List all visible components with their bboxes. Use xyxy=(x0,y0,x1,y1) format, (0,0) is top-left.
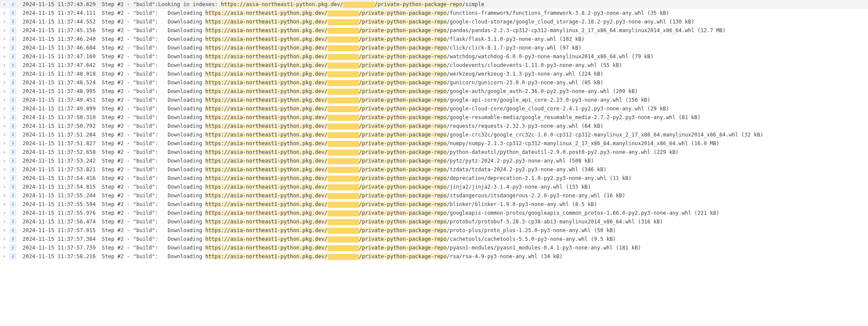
severity-info-icon[interactable] xyxy=(10,236,16,243)
expand-chevron-icon[interactable] xyxy=(2,167,7,172)
expand-chevron-icon[interactable] xyxy=(2,10,7,16)
log-message: Downloading https://asia-northeast1-pyth… xyxy=(168,139,719,148)
log-row[interactable]: 2024-11-15 11:37:45.156Step #2 - "build"… xyxy=(0,26,868,35)
severity-info-icon[interactable] xyxy=(10,96,16,103)
expand-chevron-icon[interactable] xyxy=(2,19,7,24)
expand-chevron-icon[interactable] xyxy=(2,254,7,259)
expand-chevron-icon[interactable] xyxy=(2,63,7,68)
expand-chevron-icon[interactable] xyxy=(2,141,7,146)
log-row[interactable]: 2024-11-15 11:37:51.827Step #2 - "build"… xyxy=(0,139,868,148)
log-row[interactable]: 2024-11-15 11:37:58.216Step #2 - "build"… xyxy=(0,252,868,261)
expand-chevron-icon[interactable] xyxy=(2,236,7,242)
expand-chevron-icon[interactable] xyxy=(2,193,7,198)
severity-info-icon[interactable] xyxy=(10,114,16,121)
severity-info-icon[interactable] xyxy=(10,140,16,147)
expand-chevron-icon[interactable] xyxy=(2,37,7,42)
expand-chevron-icon[interactable] xyxy=(2,71,7,77)
severity-info-icon[interactable] xyxy=(10,36,16,43)
expand-chevron-icon[interactable] xyxy=(2,115,7,120)
log-row[interactable]: 2024-11-15 11:37:46.240Step #2 - "build"… xyxy=(0,35,868,43)
expand-chevron-icon[interactable] xyxy=(2,45,7,50)
severity-info-icon[interactable] xyxy=(10,70,16,77)
severity-info-icon[interactable] xyxy=(10,218,16,225)
expand-chevron-icon[interactable] xyxy=(2,54,7,59)
severity-info-icon[interactable] xyxy=(10,44,16,51)
log-row[interactable]: 2024-11-15 11:37:55.244Step #2 - "build"… xyxy=(0,191,868,200)
redacted-segment xyxy=(328,219,359,225)
severity-info-icon[interactable] xyxy=(10,79,16,86)
log-row[interactable]: 2024-11-15 11:37:53.821Step #2 - "build"… xyxy=(0,165,868,174)
log-row[interactable]: 2024-11-15 11:37:51.284Step #2 - "build"… xyxy=(0,130,868,139)
severity-info-icon[interactable] xyxy=(10,131,16,138)
timestamp: 2024-11-15 11:37:44.552 xyxy=(23,17,95,26)
log-row[interactable]: 2024-11-15 11:37:46.684Step #2 - "build"… xyxy=(0,43,868,52)
expand-chevron-icon[interactable] xyxy=(2,228,7,233)
severity-info-icon[interactable] xyxy=(10,62,16,69)
severity-info-icon[interactable] xyxy=(10,210,16,216)
severity-info-icon[interactable] xyxy=(10,192,16,199)
log-row[interactable]: 2024-11-15 11:37:48.524Step #2 - "build"… xyxy=(0,78,868,87)
severity-info-icon[interactable] xyxy=(10,53,16,60)
severity-info-icon[interactable] xyxy=(10,253,16,260)
log-row[interactable]: 2024-11-15 11:37:50.310Step #2 - "build"… xyxy=(0,113,868,122)
log-row[interactable]: 2024-11-15 11:37:49.451Step #2 - "build"… xyxy=(0,96,868,104)
severity-info-icon[interactable] xyxy=(10,10,16,17)
log-row[interactable]: 2024-11-15 11:37:55.594Step #2 - "build"… xyxy=(0,200,868,209)
step-label: Step #2 - "build": xyxy=(102,243,158,252)
log-row[interactable]: 2024-11-15 11:37:48.018Step #2 - "build"… xyxy=(0,70,868,78)
severity-info-icon[interactable] xyxy=(10,105,16,112)
expand-chevron-icon[interactable] xyxy=(2,28,7,33)
expand-chevron-icon[interactable] xyxy=(2,176,7,181)
step-label: Step #2 - "build": xyxy=(102,191,158,200)
log-row[interactable]: 2024-11-15 11:37:57.384Step #2 - "build"… xyxy=(0,235,868,243)
log-row[interactable]: 2024-11-15 11:37:56.474Step #2 - "build"… xyxy=(0,217,868,226)
expand-chevron-icon[interactable] xyxy=(2,210,7,216)
expand-chevron-icon[interactable] xyxy=(2,123,7,129)
expand-chevron-icon[interactable] xyxy=(2,80,7,85)
severity-info-icon[interactable] xyxy=(10,166,16,173)
log-row[interactable]: 2024-11-15 11:37:52.658Step #2 - "build"… xyxy=(0,148,868,156)
log-message: Downloading https://asia-northeast1-pyth… xyxy=(168,87,638,96)
log-row[interactable]: 2024-11-15 11:37:55.976Step #2 - "build"… xyxy=(0,209,868,217)
log-row[interactable]: 2024-11-15 11:37:54.815Step #2 - "build"… xyxy=(0,183,868,191)
log-row[interactable]: 2024-11-15 11:37:57.739Step #2 - "build"… xyxy=(0,243,868,252)
severity-info-icon[interactable] xyxy=(10,27,16,34)
expand-chevron-icon[interactable] xyxy=(2,219,7,224)
expand-chevron-icon[interactable] xyxy=(2,106,7,111)
expand-chevron-icon[interactable] xyxy=(2,97,7,103)
log-row[interactable]: 2024-11-15 11:37:49.899Step #2 - "build"… xyxy=(0,104,868,113)
expand-chevron-icon[interactable] xyxy=(2,202,7,207)
log-row[interactable]: 2024-11-15 11:37:53.242Step #2 - "build"… xyxy=(0,156,868,165)
log-row[interactable]: 2024-11-15 11:37:44.552Step #2 - "build"… xyxy=(0,17,868,26)
severity-info-icon[interactable] xyxy=(10,1,16,8)
expand-chevron-icon[interactable] xyxy=(2,245,7,250)
expand-chevron-icon[interactable] xyxy=(2,150,7,155)
log-row[interactable]: 2024-11-15 11:37:43.629Step #2 - "build"… xyxy=(0,0,868,9)
log-row[interactable]: 2024-11-15 11:37:57.015Step #2 - "build"… xyxy=(0,226,868,235)
redacted-segment xyxy=(328,71,359,77)
log-row[interactable]: 2024-11-15 11:37:48.995Step #2 - "build"… xyxy=(0,87,868,96)
severity-info-icon[interactable] xyxy=(10,88,16,95)
severity-info-icon[interactable] xyxy=(10,175,16,182)
severity-info-icon[interactable] xyxy=(10,201,16,208)
severity-info-icon[interactable] xyxy=(10,157,16,164)
severity-info-icon[interactable] xyxy=(10,183,16,190)
log-row[interactable]: 2024-11-15 11:37:47.642Step #2 - "build"… xyxy=(0,61,868,70)
timestamp: 2024-11-15 11:37:52.658 xyxy=(23,148,95,156)
log-row[interactable]: 2024-11-15 11:37:44.111Step #2 - "build"… xyxy=(0,9,868,17)
log-row[interactable]: 2024-11-15 11:37:50.792Step #2 - "build"… xyxy=(0,122,868,130)
log-row[interactable]: 2024-11-15 11:37:54.416Step #2 - "build"… xyxy=(0,174,868,183)
severity-info-icon[interactable] xyxy=(10,123,16,130)
expand-chevron-icon[interactable] xyxy=(2,2,7,7)
severity-info-icon[interactable] xyxy=(10,149,16,156)
expand-chevron-icon[interactable] xyxy=(2,89,7,94)
severity-info-icon[interactable] xyxy=(10,244,16,251)
expand-chevron-icon[interactable] xyxy=(2,158,7,163)
timestamp: 2024-11-15 11:37:53.242 xyxy=(23,156,95,165)
severity-info-icon[interactable] xyxy=(10,18,16,25)
severity-info-icon[interactable] xyxy=(10,227,16,234)
expand-chevron-icon[interactable] xyxy=(2,184,7,190)
log-row[interactable]: 2024-11-15 11:37:47.160Step #2 - "build"… xyxy=(0,52,868,61)
expand-chevron-icon[interactable] xyxy=(2,132,7,137)
step-label: Step #2 - "build": xyxy=(102,200,158,209)
